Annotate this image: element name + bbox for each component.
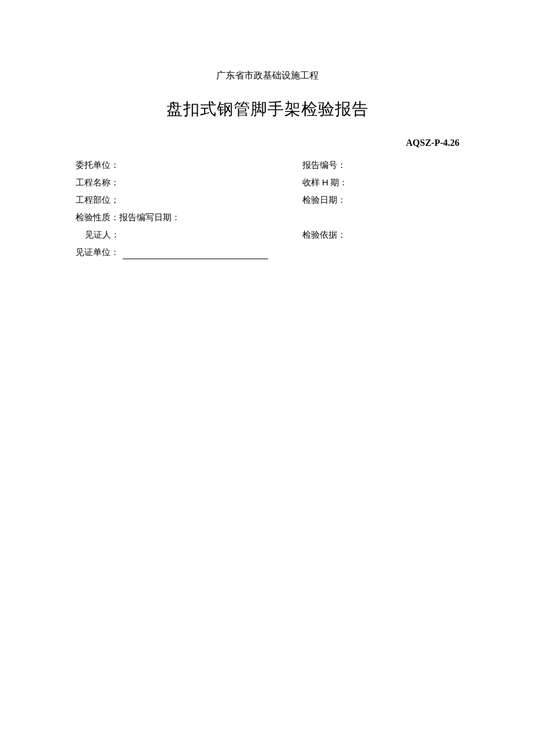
witness-unit-blank: [123, 259, 268, 259]
witness-unit-label: 见证单位：: [76, 248, 119, 257]
field-row-4: 检验性质：报告编写日期：: [76, 209, 459, 226]
sample-date-suffix: 期：: [329, 178, 348, 187]
inspection-date-label: 检验日期：: [302, 191, 459, 209]
document-code: AQSZ-P-4.26: [76, 138, 459, 148]
field-row-3: 工程部位； 检验日期：: [76, 191, 459, 209]
witness-person-label: 见证人：: [76, 226, 302, 243]
header-subtitle: 广东省市政基础设施工程: [76, 70, 459, 82]
client-unit-label: 委托单位：: [76, 156, 302, 174]
sample-date-prefix: 收样: [302, 178, 322, 187]
field-row-6: 见证单位：: [76, 243, 459, 261]
field-row-1: 委托单位： 报告编号：: [76, 156, 459, 174]
empty-right-6: [302, 243, 459, 261]
header-title: 盘扣式钢管脚手架检验报告: [76, 98, 459, 120]
document-page: 广东省市政基础设施工程 盘扣式钢管脚手架检验报告 AQSZ-P-4.26 委托单…: [0, 0, 535, 261]
project-part-label: 工程部位；: [76, 191, 302, 209]
witness-unit-field: 见证单位：: [76, 243, 302, 261]
field-row-2: 工程名称： 收样 H 期：: [76, 174, 459, 191]
inspection-nature-label: 检验性质：报告编写日期：: [76, 209, 302, 226]
sample-date-h-char: H: [322, 177, 329, 187]
field-row-5: 见证人： 检验依据：: [76, 226, 459, 243]
empty-right-4: [302, 209, 459, 226]
project-name-label: 工程名称：: [76, 174, 302, 191]
report-no-label: 报告编号：: [302, 156, 459, 174]
inspection-basis-label: 检验依据：: [302, 226, 459, 243]
sample-date-label: 收样 H 期：: [302, 174, 459, 191]
